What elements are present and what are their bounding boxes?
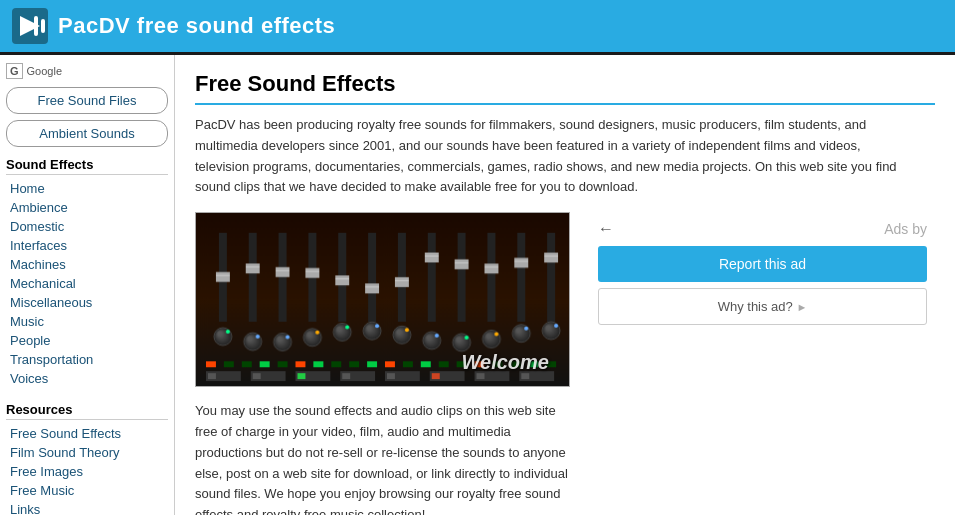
google-label: Google — [27, 65, 62, 77]
main-content: Free Sound Effects PacDV has been produc… — [175, 55, 955, 515]
content-area: Welcome ← Ads by Report this ad Why this… — [195, 212, 935, 387]
sidebar-link-music[interactable]: Music — [10, 312, 168, 331]
svg-rect-3 — [41, 19, 45, 33]
sidebar-link-voices[interactable]: Voices — [10, 369, 168, 388]
sidebar-link-people[interactable]: People — [10, 331, 168, 350]
page-title: Free Sound Effects — [195, 71, 935, 105]
layout: G Google Free Sound Files Ambient Sounds… — [0, 55, 955, 515]
logo-icon — [12, 8, 48, 44]
resource-link-links[interactable]: Links — [10, 500, 168, 515]
resource-link-film-sound-theory[interactable]: Film Sound Theory — [10, 443, 168, 462]
resources-section-title: Resources — [6, 402, 168, 420]
site-title: PacDV free sound effects — [58, 13, 335, 39]
ambient-sounds-btn[interactable]: Ambient Sounds — [6, 120, 168, 147]
sidebar-link-machines[interactable]: Machines — [10, 255, 168, 274]
ads-nav: ← Ads by — [598, 220, 927, 238]
sound-effects-nav: HomeAmbienceDomesticInterfacesMachinesMe… — [6, 179, 168, 388]
header: PacDV free sound effects — [0, 0, 955, 55]
resources-nav: Free Sound EffectsFilm Sound TheoryFree … — [6, 424, 168, 515]
why-ad-label: Why this ad? — [718, 299, 793, 314]
sidebar-link-miscellaneous[interactable]: Miscellaneous — [10, 293, 168, 312]
free-sound-files-btn[interactable]: Free Sound Files — [6, 87, 168, 114]
resource-link-free-music[interactable]: Free Music — [10, 481, 168, 500]
sound-effects-section-title: Sound Effects — [6, 157, 168, 175]
ads-by-label: Ads by — [620, 221, 927, 237]
sidebar-link-transportation[interactable]: Transportation — [10, 350, 168, 369]
sidebar-link-mechanical[interactable]: Mechanical — [10, 274, 168, 293]
sidebar-link-ambience[interactable]: Ambience — [10, 198, 168, 217]
sidebar: G Google Free Sound Files Ambient Sounds… — [0, 55, 175, 515]
mixer-image: Welcome — [195, 212, 570, 387]
sidebar-link-interfaces[interactable]: Interfaces — [10, 236, 168, 255]
ads-panel: ← Ads by Report this ad Why this ad? ► — [590, 212, 935, 333]
mixer-canvas — [196, 213, 569, 386]
usage-text: You may use the sound effects and audio … — [195, 401, 575, 515]
ads-back-arrow-icon[interactable]: ← — [598, 220, 614, 238]
resource-link-free-images[interactable]: Free Images — [10, 462, 168, 481]
sidebar-link-home[interactable]: Home — [10, 179, 168, 198]
google-bar: G Google — [6, 63, 168, 79]
play-icon: ► — [796, 301, 807, 313]
intro-text: PacDV has been producing royalty free so… — [195, 115, 915, 198]
why-ad-button[interactable]: Why this ad? ► — [598, 288, 927, 325]
resource-link-free-sound-effects[interactable]: Free Sound Effects — [10, 424, 168, 443]
sidebar-link-domestic[interactable]: Domestic — [10, 217, 168, 236]
google-icon: G — [6, 63, 23, 79]
report-ad-button[interactable]: Report this ad — [598, 246, 927, 282]
svg-rect-2 — [34, 16, 38, 36]
